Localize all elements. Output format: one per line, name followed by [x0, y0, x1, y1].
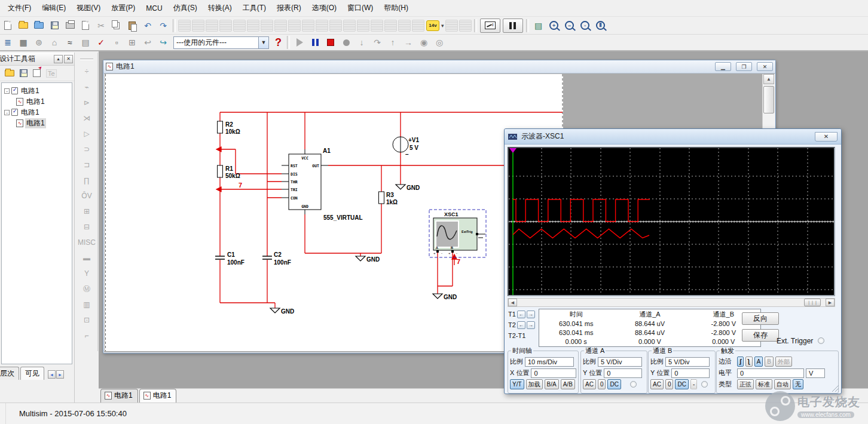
t1-left-button[interactable]: ← [517, 311, 525, 318]
menu-item[interactable]: 报表(R) [271, 1, 307, 16]
save-design-icon[interactable] [20, 69, 27, 77]
tree-item-label[interactable]: 电路1 [20, 86, 41, 96]
undo-button[interactable]: ↶ [140, 19, 155, 33]
indicator-group-icon[interactable] [302, 20, 314, 32]
close-button[interactable]: ✕ [757, 62, 773, 71]
run-button[interactable] [292, 35, 307, 50]
scroll-left-icon[interactable]: ◀ [508, 299, 517, 306]
channel-a-radio[interactable] [630, 381, 637, 388]
ext-trigger-radio[interactable] [818, 337, 824, 344]
component-r3[interactable]: R3 1kΩ [379, 192, 398, 205]
cmos-group-icon[interactable] [261, 20, 273, 32]
minimize-button[interactable]: ▁ [715, 62, 731, 71]
component-c2[interactable]: C2 100nF [262, 251, 291, 266]
tree-item-label[interactable]: 电路1 [25, 97, 46, 107]
menu-item[interactable]: 文件(F) [2, 1, 36, 16]
place-ttl-icon[interactable]: ⊃ [79, 142, 94, 157]
component-r1[interactable]: R1 50kΩ [218, 165, 240, 179]
collapse-icon[interactable]: - [4, 88, 10, 94]
virtual-voltage-button[interactable]: 14v [426, 19, 440, 33]
place-indicator-icon[interactable]: ⊞ [79, 204, 94, 219]
print-button[interactable] [63, 19, 77, 33]
spreadsheet-view-icon[interactable]: ▦ [16, 35, 30, 50]
tab-circuit1-active[interactable]: ∿ 电路1 [139, 389, 177, 403]
tree-leaf-row-selected[interactable]: ∿ 电路1 [2, 118, 72, 128]
save-button[interactable] [47, 19, 62, 33]
place-diode-icon[interactable]: ⊳ [79, 95, 94, 110]
chevron-down-icon[interactable]: ▼ [258, 37, 268, 48]
probe-icon[interactable] [459, 20, 472, 32]
cut-button[interactable]: ✂ [94, 19, 108, 33]
scrollbar-thumb[interactable] [763, 86, 774, 113]
place-mcu-icon[interactable] [445, 20, 458, 32]
component-wizard-icon[interactable]: ⌂ [47, 35, 62, 50]
tree-branch-row[interactable]: - 电路1 [2, 107, 72, 118]
scroll-right-icon[interactable]: ▶ [826, 299, 835, 306]
tree-branch-row[interactable]: - 电路1 [2, 85, 72, 96]
step-into-icon[interactable]: ↓ [354, 35, 369, 50]
ab-mode-button[interactable]: A/B [561, 379, 575, 389]
scroll-up-icon[interactable]: ▲ [763, 74, 774, 84]
yt-mode-button[interactable]: Y/T [510, 379, 524, 389]
stop-button[interactable] [323, 35, 338, 50]
open-design-icon[interactable] [5, 70, 14, 76]
channel-b-radio[interactable] [701, 381, 708, 388]
place-analog-icon[interactable]: ▷ [79, 126, 94, 142]
misc-digital-group-icon[interactable] [274, 20, 287, 32]
close-panel-button[interactable]: ✕ [64, 55, 73, 63]
place-basic-icon[interactable]: ⌁ [79, 79, 94, 95]
menu-item[interactable]: 编辑(E) [36, 1, 71, 16]
help-button[interactable]: ? [275, 36, 282, 49]
channel-b-zero-button[interactable]: 0 [665, 379, 674, 389]
place-transistor-icon[interactable]: ⋊ [79, 110, 94, 126]
back-annotate-icon[interactable]: ↩ [140, 35, 155, 50]
channel-a-scale-input[interactable] [598, 357, 642, 367]
postprocessor-icon[interactable]: ▤ [78, 35, 93, 50]
menu-item[interactable]: 视图(V) [71, 1, 106, 16]
trigger-type-normal-button[interactable]: 标准 [756, 379, 772, 389]
place-rf-icon[interactable]: Y [79, 266, 94, 281]
virtual-wire-icon[interactable]: ⊞ [125, 35, 139, 50]
run-to-cursor-icon[interactable]: → [401, 35, 415, 50]
tab-circuit1[interactable]: ∿ 电路1 [100, 389, 138, 403]
zoom-in-button[interactable]: + [547, 19, 561, 33]
channel-b-ac-button[interactable]: AC [650, 379, 664, 389]
print-preview-button[interactable] [78, 19, 93, 33]
place-bus-icon[interactable]: ⌐ [79, 328, 94, 343]
place-source-icon[interactable]: ÷ [79, 64, 94, 79]
channel-b-ypos-input[interactable] [671, 368, 710, 378]
menu-item[interactable]: 工具(T) [237, 1, 271, 16]
menu-item[interactable]: 放置(P) [106, 1, 140, 16]
connector-group-icon[interactable] [384, 20, 397, 32]
component-c1[interactable]: C1 100nF [215, 251, 244, 266]
place-misc-icon[interactable]: MISC [79, 235, 94, 250]
step-out-icon[interactable]: ↑ [386, 35, 400, 50]
database-manager-icon[interactable]: ⊚ [32, 35, 46, 50]
trigger-source-b-button[interactable]: B [765, 357, 774, 367]
tab-visible[interactable]: 可见 [20, 367, 44, 380]
scroll-right-icon[interactable]: ► [56, 370, 64, 379]
zoom-area-button[interactable]: ▫ [578, 19, 592, 33]
component-r2[interactable]: R2 10kΩ [218, 121, 240, 135]
paste-button[interactable] [125, 19, 139, 33]
trigger-source-a-button[interactable]: A [754, 357, 763, 367]
channel-a-ac-button[interactable]: AC [583, 379, 596, 389]
place-electromechanical-icon[interactable]: Ⓜ [79, 281, 94, 297]
sources-group-icon[interactable] [178, 20, 191, 32]
export-design-icon[interactable] [33, 69, 41, 77]
menu-item[interactable]: 仿真(S) [168, 1, 203, 16]
transistor-group-icon[interactable] [219, 20, 232, 32]
peripherals-group-icon[interactable] [343, 20, 356, 32]
menu-item[interactable]: 窗口(W) [342, 1, 378, 16]
scrollbar-track[interactable]: ❘❘❘ [517, 299, 826, 306]
mixed-group-icon[interactable] [288, 20, 301, 32]
channel-a-zero-button[interactable]: 0 [598, 379, 606, 389]
oscilloscope-titlebar[interactable]: 示波器-XSC1 ✕ [505, 129, 841, 145]
trigger-level-input[interactable] [737, 368, 804, 378]
forward-annotate-icon[interactable]: ↪ [156, 35, 170, 50]
add-mode-button[interactable]: 加载 [526, 379, 543, 389]
ba-mode-button[interactable]: B/A [545, 379, 559, 389]
step-over-icon[interactable]: ↷ [370, 35, 384, 50]
schematic-sheet[interactable]: R2 10kΩ R1 50kΩ R3 1kΩ [105, 74, 563, 351]
menu-item[interactable]: 帮助(H) [378, 1, 414, 16]
